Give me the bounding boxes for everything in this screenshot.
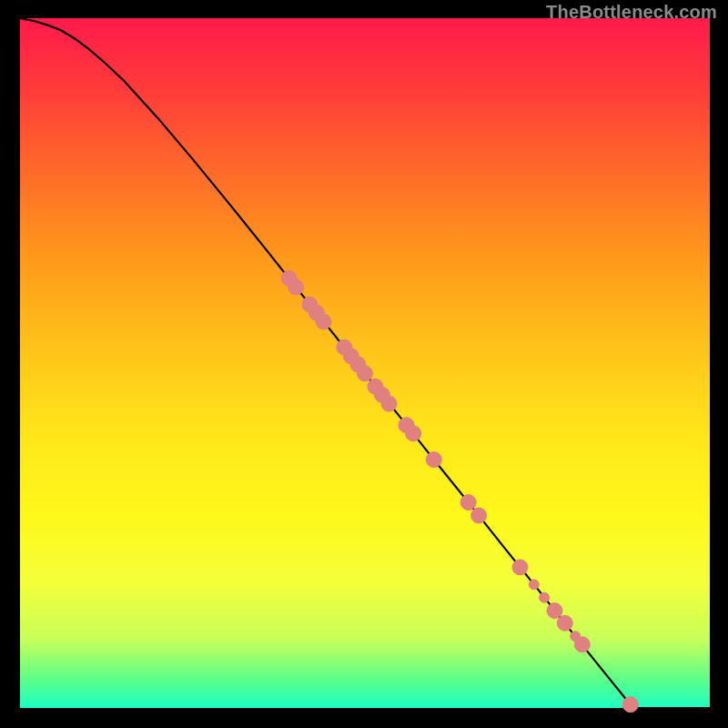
data-point <box>316 314 331 329</box>
data-point <box>406 426 421 441</box>
data-point <box>471 508 487 523</box>
data-point <box>460 495 476 511</box>
data-point <box>557 615 572 631</box>
data-point <box>512 560 528 575</box>
chart-svg <box>20 18 710 708</box>
data-point <box>547 603 562 619</box>
watermark-label: TheBottleneck.com <box>546 2 717 23</box>
data-point <box>540 592 550 602</box>
data-point <box>622 697 638 713</box>
data-point <box>529 580 539 590</box>
data-point <box>381 396 397 411</box>
data-point <box>426 452 441 468</box>
data-point <box>571 632 581 642</box>
chart-stage: TheBottleneck.com <box>0 0 728 728</box>
data-point <box>288 279 304 295</box>
data-point <box>358 366 373 381</box>
